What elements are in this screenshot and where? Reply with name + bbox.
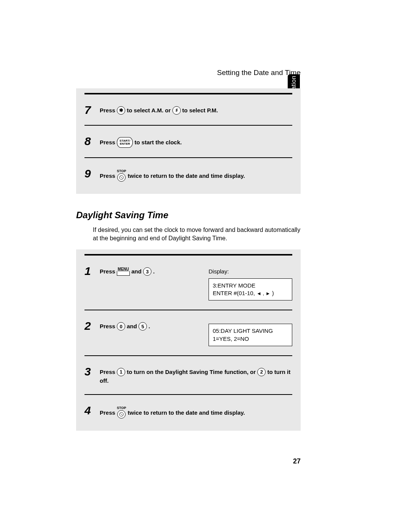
step-8: 8 Press START/ ENTER to start the clock. xyxy=(84,125,292,157)
text: Press xyxy=(100,139,117,145)
text: twice to return to the date and time dis… xyxy=(128,410,245,416)
dst-step-4: 4 Press STOP twice to return to the date… xyxy=(84,394,292,424)
steps-block-1: 7 Press ✱ to select A.M. or ♯ to select … xyxy=(76,88,301,194)
page-number: 27 xyxy=(76,457,301,465)
step-number: 9 xyxy=(84,167,100,179)
display-line: 3:ENTRY MODE xyxy=(213,282,288,289)
step-number: 8 xyxy=(84,135,100,147)
section-title: Daylight Saving Time xyxy=(76,210,301,220)
display-line: ENTER #(01-10, ◄ , ► ) xyxy=(213,289,288,297)
running-header: Setting the Date and Time xyxy=(76,69,301,77)
step-number: 3 xyxy=(84,365,100,377)
start-enter-key-icon: START/ ENTER xyxy=(117,137,133,148)
text: twice to return to the date and time dis… xyxy=(128,173,245,179)
page-content: Setting the Date and Time 7 Press ✱ to s… xyxy=(76,69,301,465)
text: and xyxy=(131,268,143,275)
menu-label: MENU xyxy=(117,267,130,271)
menu-key-icon: MENU xyxy=(117,267,130,276)
step-instruction: Press START/ ENTER to start the clock. xyxy=(100,135,292,148)
key-label-bottom: ENTER xyxy=(120,142,130,145)
step-9: 9 Press STOP twice to return to the date… xyxy=(84,157,292,187)
text: Press xyxy=(100,173,117,179)
stop-label: STOP xyxy=(117,169,126,173)
text: Press xyxy=(100,268,117,275)
key-3-icon: 3 xyxy=(143,267,151,276)
text: and xyxy=(127,323,139,329)
step-number: 7 xyxy=(84,104,100,116)
dst-step-3: 3 Press 1 to turn on the Daylight Saving… xyxy=(84,355,292,395)
display-label: Display: xyxy=(209,267,292,276)
display-preview: 05:DAY LIGHT SAVING 1=YES, 2=NO xyxy=(209,322,292,346)
step-instruction: Press MENU and 3 . Display: 3:ENTRY MODE xyxy=(100,265,292,300)
step-number: 4 xyxy=(84,404,100,416)
text: . xyxy=(148,323,150,329)
text: Press xyxy=(100,107,115,113)
text: to turn on the Daylight Saving Time func… xyxy=(127,369,257,375)
step-number: 2 xyxy=(84,320,100,332)
step-instruction: Press 0 and 5 . 05:DAY LIGHT SAVING 1=YE… xyxy=(100,320,292,346)
stop-label: STOP xyxy=(117,406,126,410)
key-5-icon: 5 xyxy=(139,322,147,331)
text: . xyxy=(153,268,155,275)
display-line: 05:DAY LIGHT SAVING xyxy=(213,327,288,335)
hash-key-icon: ♯ xyxy=(172,106,181,115)
key-1-icon: 1 xyxy=(117,368,125,376)
display-line: 1=YES, 2=NO xyxy=(213,335,288,343)
step-7: 7 Press ✱ to select A.M. or ♯ to select … xyxy=(84,93,292,125)
step-instruction: Press STOP twice to return to the date a… xyxy=(100,167,292,183)
key-0-icon: 0 xyxy=(117,322,125,331)
text: to start the clock. xyxy=(135,139,182,145)
dst-step-2: 2 Press 0 and 5 . 05:DAY LIGHT SAVING 1=… xyxy=(84,310,292,355)
text: to select P.M. xyxy=(182,107,218,113)
display-preview: Display: 3:ENTRY MODE ENTER #(01-10, ◄ ,… xyxy=(209,267,292,300)
step-instruction: Press ✱ to select A.M. or ♯ to select P.… xyxy=(100,104,292,115)
steps-block-2: 1 Press MENU and 3 . Display: 3:ENTRY MO… xyxy=(76,249,301,431)
stop-key-icon: STOP xyxy=(117,406,126,420)
section-intro: If desired, you can set the clock to mov… xyxy=(93,226,301,243)
dst-step-1: 1 Press MENU and 3 . Display: 3:ENTRY MO… xyxy=(84,254,292,310)
text: to select A.M. or xyxy=(127,107,172,113)
text: Press xyxy=(100,410,117,416)
step-instruction: Press 1 to turn on the Daylight Saving T… xyxy=(100,365,292,385)
text: Press xyxy=(100,323,117,329)
stop-key-icon: STOP xyxy=(117,169,126,183)
step-number: 1 xyxy=(84,265,100,277)
text: Press xyxy=(100,369,117,375)
star-key-icon: ✱ xyxy=(117,106,125,115)
step-instruction: Press STOP twice to return to the date a… xyxy=(100,404,292,420)
key-2-icon: 2 xyxy=(257,368,266,376)
